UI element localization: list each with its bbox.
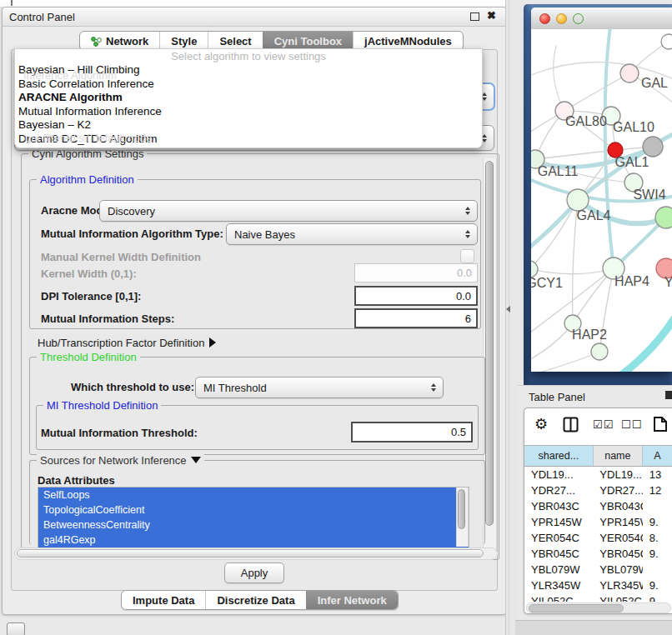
column-header-name[interactable]: name [594, 446, 643, 466]
which-threshold-combobox[interactable]: MI Threshold [195, 377, 444, 398]
tab-discretize-data[interactable]: Discretize Data [205, 591, 305, 609]
settings-scrollbar-thumb[interactable] [485, 161, 494, 526]
algorithm-dropdown-menu: Inference Algorithm gal-filtered sif def… [14, 48, 483, 148]
bottom-panel-edge [515, 620, 672, 635]
mi-steps-field[interactable]: 6 [354, 308, 478, 328]
columns-icon[interactable] [563, 416, 579, 432]
tab-infer-network[interactable]: Infer Network [306, 591, 398, 609]
table-cell: YER054C [524, 530, 593, 546]
network-node[interactable] [591, 343, 608, 360]
settings-hscrollbar[interactable] [14, 548, 498, 560]
apply-button[interactable]: Apply [224, 562, 284, 583]
new-table-icon[interactable] [653, 416, 668, 432]
close-panel-icon[interactable]: ✖ [487, 9, 496, 22]
settings-hscrollbar-thumb[interactable] [17, 549, 484, 558]
table-header: shared...nameA [524, 445, 672, 467]
sources-group-title[interactable]: Sources for Network Inference [37, 454, 204, 467]
table-hscrollbar[interactable] [526, 602, 671, 613]
table-row[interactable]: YBR043CYBR043C [524, 498, 672, 514]
tab-cyni-toolbox[interactable]: Cyni Toolbox [263, 32, 353, 50]
network-node[interactable] [531, 261, 538, 278]
control-panel-window: Control Panel ✖ NetworkStyleSelectCyni T… [2, 7, 507, 615]
deselect-all-icon[interactable]: ☐☐ [621, 416, 642, 432]
tab-label: Discretize Data [217, 594, 294, 607]
algorithm-menu-item[interactable]: Mutual Information Inference [15, 105, 482, 119]
table-cell: YDL19... [593, 467, 642, 482]
attribute-list-item[interactable]: BetweennessCentrality [38, 518, 469, 532]
network-graph[interactable]: GALGAL80GAL10GAL1GAL11SWI4GAL4GCY1HAP4YH… [531, 29, 672, 372]
mi-threshold-label: Mutual Information Threshold: [41, 427, 198, 439]
network-edge[interactable] [531, 352, 599, 372]
tab-select[interactable]: Select [208, 32, 262, 50]
network-node[interactable] [643, 137, 663, 157]
network-node[interactable] [620, 64, 639, 82]
table-row[interactable]: YBR045CYBR045C9. [524, 546, 672, 562]
panel-divider-line [509, 0, 509, 635]
combo-arrows-icon [465, 207, 470, 215]
kernel-width-field[interactable]: 0.0 [354, 263, 478, 282]
attributes-scrollbar[interactable] [456, 488, 469, 547]
network-edge[interactable] [554, 46, 564, 111]
minimized-panel-icon[interactable] [7, 622, 25, 635]
table-cell: YBL079W [524, 562, 593, 578]
table-row[interactable]: YDL19...YDL19...13 [524, 467, 672, 482]
mi-type-combobox[interactable]: Naive Bayes [226, 223, 478, 245]
table-row[interactable]: YLR345WYLR345W9. [524, 578, 672, 593]
table-panel-title: Table Panel [529, 391, 585, 403]
gear-icon[interactable]: ⚙ [534, 416, 548, 432]
close-traffic-light-icon[interactable] [539, 13, 550, 24]
network-canvas[interactable]: GALGAL80GAL10GAL1GAL11SWI4GAL4GCY1HAP4YH… [531, 29, 672, 372]
network-window-frame: GALGAL80GAL10GAL1GAL11SWI4GAL4GCY1HAP4YH… [524, 4, 672, 385]
dpi-tolerance-field[interactable]: 0.0 [354, 286, 478, 306]
table-toolbar: ⚙ ☑☑ ☐☐ [524, 408, 672, 440]
algorithm-menu-item[interactable]: Bayesian – K2 [15, 118, 482, 132]
table-row[interactable]: YER054CYER054C8. [524, 530, 672, 546]
table-cell: YPR145W [524, 514, 593, 530]
table-row[interactable]: YDR27...YDR27...12 [524, 482, 672, 498]
network-view-window[interactable]: GALGAL80GAL10GAL1GAL11SWI4GAL4GCY1HAP4YH… [531, 8, 672, 372]
table-hscrollbar-thumb[interactable] [529, 604, 624, 612]
column-header-shared...[interactable]: shared... [524, 446, 594, 466]
network-edge[interactable] [535, 150, 615, 159]
table-panel-float-icon[interactable] [665, 391, 672, 399]
hub-definition-toggle[interactable]: Hub/Transcription Factor Definition [38, 337, 216, 349]
network-edge[interactable] [564, 73, 629, 111]
network-edge[interactable] [610, 304, 672, 372]
column-header-A[interactable]: A [643, 446, 672, 466]
table-row[interactable]: YIL052CYIL052C9 [524, 593, 672, 602]
combo-arrows-icon [465, 230, 470, 238]
data-attributes-label: Data Attributes [38, 474, 115, 487]
manual-kernel-checkbox[interactable] [460, 249, 474, 263]
table-row[interactable]: YPR145WYPR145W9. [524, 514, 672, 530]
control-panel-titlebar[interactable]: Control Panel ✖ [3, 8, 506, 27]
tab-jactivemnodules[interactable]: jActiveMNodules [353, 32, 463, 50]
network-node[interactable] [661, 34, 672, 49]
sources-title-text: Sources for Network Inference [40, 454, 187, 467]
float-panel-icon[interactable] [470, 12, 479, 21]
attribute-list-item[interactable]: gal4RGexp [38, 532, 469, 548]
tab-impute-data[interactable]: Impute Data [122, 591, 205, 609]
aracne-mode-combobox[interactable]: Discovery [99, 200, 478, 222]
node-table-window: ⚙ ☑☑ ☐☐ shared...nameA YDL19...YDL19...1… [524, 408, 672, 614]
algorithm-menu-item[interactable]: ARACNE Algorithm [15, 91, 482, 105]
node-label: HAP2 [572, 328, 607, 342]
attributes-scrollbar-thumb[interactable] [458, 489, 465, 529]
tab-network[interactable]: Network [80, 32, 159, 50]
table-row[interactable]: YBL079WYBL079W [524, 562, 672, 578]
splitter-arrow-icon[interactable] [506, 306, 510, 312]
data-attributes-list[interactable]: SelfLoopsTopologicalCoefficientBetweenne… [38, 487, 469, 549]
mi-threshold-field[interactable]: 0.5 [351, 422, 473, 442]
table-cell: YDR27... [524, 482, 593, 498]
table-cell: 9. [643, 578, 672, 593]
ghost-inference-algorithm-label: Inference Algorithm [23, 69, 117, 82]
attribute-list-item[interactable]: TopologicalCoefficient [38, 502, 469, 518]
network-window-titlebar[interactable] [531, 8, 672, 30]
tab-style[interactable]: Style [159, 32, 208, 50]
attribute-list-item[interactable]: SelfLoops [38, 488, 469, 502]
zoom-traffic-light-icon[interactable] [573, 13, 584, 24]
table-cell: 9. [643, 514, 672, 530]
minimize-traffic-light-icon[interactable] [556, 13, 567, 24]
network-node[interactable] [655, 207, 672, 228]
kernel-width-label: Kernel Width (0,1): [41, 268, 137, 280]
select-all-icon[interactable]: ☑☑ [593, 416, 614, 432]
